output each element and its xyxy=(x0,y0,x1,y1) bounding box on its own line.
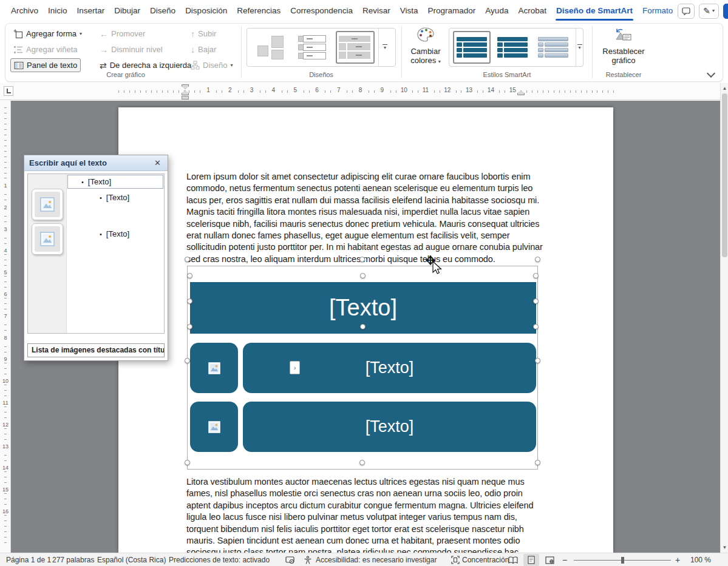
layouts-group-label: Diseños xyxy=(247,71,396,78)
bullet-text: [Texto] xyxy=(106,229,129,238)
text-pane-toggle-button[interactable]: Panel de texto xyxy=(10,58,81,72)
move-up-button[interactable]: ↑ Subir xyxy=(188,27,219,41)
zoom-level[interactable]: 100 % xyxy=(690,553,711,566)
print-layout-button[interactable] xyxy=(523,554,539,566)
swap-arrows-icon: ⇄ xyxy=(100,61,107,70)
add-bullet-button[interactable]: Agregar viñeta xyxy=(10,42,81,56)
change-colors-button[interactable]: Cambiar colores ▾ xyxy=(406,27,445,65)
menu-tab-vista[interactable]: Vista xyxy=(395,0,423,22)
style-thumb-1[interactable] xyxy=(453,31,491,64)
menu-tab-insertar[interactable]: Insertar xyxy=(72,0,110,22)
smartart-frame[interactable]: [Texto] [Texto] [Texto] xyxy=(187,266,538,470)
insert-picture-button[interactable] xyxy=(32,223,63,255)
menu-tab-diseno[interactable]: Diseño xyxy=(145,0,180,22)
accessibility-icon[interactable] xyxy=(304,556,312,564)
ruler-number: 11 xyxy=(421,87,430,93)
add-shape-label: Agregar forma xyxy=(26,29,77,38)
styles-gallery-more-button[interactable]: ▾ xyxy=(576,29,583,66)
scrollbar-thumb[interactable] xyxy=(722,93,727,257)
word-count[interactable]: 277 palabras xyxy=(52,553,94,566)
add-shape-button[interactable]: Agregar forma ▾ xyxy=(10,27,85,41)
tab-stop-selector[interactable] xyxy=(4,86,13,96)
ribbon: Agregar forma ▾ Agregar viñeta Panel de … xyxy=(5,23,723,82)
text-pane-bullet-item[interactable]: • [Texto] xyxy=(100,229,129,238)
zoom-out-button[interactable]: − xyxy=(562,553,567,566)
zoom-slider[interactable] xyxy=(574,560,671,561)
close-icon[interactable]: ✕ xyxy=(152,158,163,167)
smartart-text-shape[interactable]: [Texto] xyxy=(243,402,536,452)
focus-mode[interactable]: Concentración xyxy=(462,553,509,566)
text-pane-bullet-item[interactable]: • [Texto] xyxy=(100,193,129,202)
text-pane-header[interactable]: Escribir aquí el texto ✕ xyxy=(24,155,168,171)
menu-tab-dibujar[interactable]: Dibujar xyxy=(109,0,145,22)
read-mode-icon xyxy=(508,556,518,564)
demote-button[interactable]: → Disminuir nivel xyxy=(97,42,166,56)
text-predictions[interactable]: Predicciones de texto: activado xyxy=(169,553,270,566)
menu-tab-diseno-de-smartart[interactable]: Diseño de SmartArt xyxy=(551,0,638,22)
document-page[interactable]: Lorem ipsum dolor sit amet consectetur a… xyxy=(118,107,613,553)
page-count[interactable]: Página 1 de 1 xyxy=(6,553,51,566)
promote-button[interactable]: ← Promover xyxy=(97,27,148,41)
menu-tab-archivo[interactable]: Archivo xyxy=(6,0,43,22)
ruler-number: 13 xyxy=(2,443,9,450)
group-separator xyxy=(401,26,402,78)
picture-placeholder-icon xyxy=(40,232,55,246)
collapse-ribbon-button[interactable] xyxy=(707,69,715,78)
draw-pen-button[interactable]: ✎ ▾ xyxy=(699,4,719,19)
bullet-text: [Texto] xyxy=(106,193,129,202)
layout-name-caption: Lista de imágenes destacadas con título.… xyxy=(27,343,165,357)
layouts-gallery-more-button[interactable]: ▾ xyxy=(378,29,391,66)
menu-tab-referencias[interactable]: Referencias xyxy=(232,0,285,22)
focus-icon[interactable] xyxy=(451,556,460,564)
menu-tab-correspondencia[interactable]: Correspondencia xyxy=(285,0,358,22)
change-colors-label: Cambiar colores xyxy=(410,47,440,65)
layout-thumb-vertical-picture-list[interactable] xyxy=(293,31,332,64)
read-mode-button[interactable] xyxy=(505,554,521,566)
style-thumb-3[interactable] xyxy=(534,31,572,64)
zoom-slider-thumb[interactable] xyxy=(621,557,624,564)
smartart-title-shape[interactable]: [Texto] xyxy=(190,282,536,334)
smartart-picture-placeholder[interactable] xyxy=(190,402,238,452)
horizontal-ruler[interactable]: 123456789101112131415 xyxy=(0,83,721,100)
layout-button[interactable]: Diseño ▾ xyxy=(188,58,236,72)
reset-graphic-button[interactable]: Restablecer gráfico xyxy=(598,26,649,65)
text-predictions-icon[interactable] xyxy=(285,556,294,564)
comments-button[interactable] xyxy=(678,4,695,19)
scroll-up-icon[interactable]: ▲ xyxy=(721,84,728,92)
menu-tab-ayuda[interactable]: Ayuda xyxy=(480,0,513,22)
language[interactable]: Español (Costa Rica) xyxy=(97,553,166,566)
left-indent-marker[interactable] xyxy=(182,96,189,99)
scroll-down-icon[interactable]: ▼ xyxy=(721,544,728,551)
vertical-ruler[interactable]: 12345678910111213141516 xyxy=(0,101,11,553)
menu-tab-acrobat[interactable]: Acrobat xyxy=(513,0,551,22)
menu-tab-programador[interactable]: Programador xyxy=(423,0,481,22)
layout-thumb-titled-picture-list[interactable] xyxy=(336,31,375,64)
ruler-number: 15 xyxy=(508,87,518,93)
web-layout-button[interactable] xyxy=(542,554,557,566)
share-button[interactable]: ▾ xyxy=(723,4,728,19)
accessibility-status[interactable]: Accesibilidad: es necesario investigar xyxy=(316,553,437,566)
insert-picture-button[interactable] xyxy=(32,189,63,220)
text-pane-icon xyxy=(14,61,24,70)
paragraph[interactable]: Lorem ipsum dolor sit amet consectetur a… xyxy=(186,171,546,265)
text-pane-collapse-button[interactable]: › xyxy=(290,361,300,374)
right-to-left-button[interactable]: ⇄ De derecha a izquierda xyxy=(97,58,194,72)
text-pane-body: • [Texto] • [Texto] • [Texto] xyxy=(27,174,165,334)
zoom-in-button[interactable]: + xyxy=(675,553,680,566)
menu-tab-disposicion[interactable]: Disposición xyxy=(180,0,232,22)
style-thumb-2[interactable] xyxy=(494,31,531,64)
layout-thumb-shapes[interactable] xyxy=(251,31,290,64)
move-down-button[interactable]: ↓ Bajar xyxy=(188,42,219,56)
smartart-text-shape[interactable]: [Texto] xyxy=(243,343,536,393)
tab-left-icon xyxy=(7,89,11,93)
menu-tab-formato[interactable]: Formato xyxy=(638,0,678,22)
smartart-styles-gallery: ▾ xyxy=(449,28,583,67)
smartart-picture-placeholder[interactable] xyxy=(190,343,238,393)
paragraph[interactable]: Litora vestibulum montes auctor maecenas… xyxy=(186,476,546,559)
menu-tab-inicio[interactable]: Inicio xyxy=(43,0,72,22)
vertical-scrollbar[interactable]: ▲ ▼ xyxy=(720,83,728,553)
menu-tab-revisar[interactable]: Revisar xyxy=(358,0,395,22)
reset-group-label: Restablecer xyxy=(598,71,649,78)
text-pane-bullet-item[interactable]: • [Texto] xyxy=(67,175,163,189)
print-layout-icon xyxy=(528,556,535,564)
